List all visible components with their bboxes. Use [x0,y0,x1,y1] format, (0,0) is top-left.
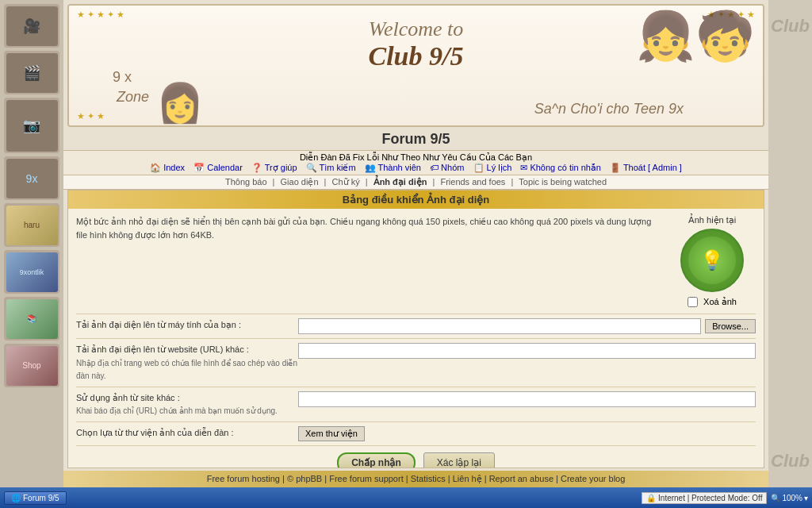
delete-avatar-label: Xoá ảnh [703,297,737,307]
ie-status-bar: 🔒 Internet | Protected Mode: Off [642,492,767,504]
panel-title: Bảng điều khiển Ảnh đại diện [68,190,764,209]
form-row-upload-url: Tải ảnh đại diện lên từ website (URL) kh… [76,338,756,387]
sub-nav-thongbao[interactable]: Thông báo [225,177,267,187]
sidebar-img-7: 📚 [4,297,59,341]
bulb-icon: 💡 [700,249,724,271]
sub-nav-giaodien[interactable]: Giao diện [281,177,319,187]
footer-phpbb[interactable]: © phpBB [287,474,322,483]
form-row-library: Chọn lựa từ thư viện ảnh của diễn đàn : … [76,421,756,445]
avatar-label: Ảnh hiện tại [688,215,737,225]
reset-button[interactable]: Xác lập lại [423,452,495,469]
upload-computer-field[interactable] [298,318,701,334]
other-site-field[interactable] [298,391,756,407]
avatar-current: Ảnh hiện tại 💡 Xoá ảnh [668,215,756,307]
upload-url-field[interactable] [298,343,756,359]
ie-icon: 🌐 [11,494,21,502]
browse-button[interactable]: Browse... [705,319,756,333]
nav-profile[interactable]: 📋 Lý lịch [470,163,515,172]
footer-support[interactable]: Free forum support [329,474,404,483]
san-choi-text: Sa^n Cho'i cho Teen 9x [534,101,684,117]
sub-nav-anhdd[interactable]: Ảnh đại diện [373,177,427,187]
nine-x-text: 9 x [113,69,132,86]
panel-body: Một bức ảnh nhỏ đại diện sẽ hiển thị bên… [68,209,764,468]
zone-text: Zone [117,89,149,106]
form-row-other-site: Sử dụng ảnh từ site khác : Khai báo địa … [76,387,756,421]
lock-icon: 🔒 [646,494,656,502]
welcome-text: Welcome to [69,17,763,41]
other-site-sublabel: Khai báo địa chỉ (URL) chứa ảnh mà bạn m… [76,406,278,415]
upload-url-sublabel: Nhập địa chỉ trang web có chứa file hình… [76,359,297,381]
footer-statistics[interactable]: Statistics [411,474,446,483]
forum-subtitle: Diễn Đàn Đã Fix Lỗi Như Theo Như Yêu Cầu… [300,152,532,162]
club-title: Club 9/5 [69,41,763,71]
sidebar-img-5: haru [4,203,59,247]
sub-nav-friends[interactable]: Friends and foes [440,177,505,187]
forum-title: Forum 9/5 [63,127,768,150]
sidebar-img-6: 9xontlik [4,250,59,294]
footer-create-blog[interactable]: Create your blog [561,474,625,483]
zoom-control[interactable]: 🔍 100% ▾ [771,494,808,502]
avatar-section: Một bức ảnh nhỏ đại diện sẽ hiển thị bên… [76,215,756,307]
upload-url-input [298,343,756,359]
top-nav: Diễn Đàn Đã Fix Lỗi Như Theo Như Yêu Cầu… [63,150,768,175]
accept-button[interactable]: Chấp nhận [337,452,416,469]
main-panel: Bảng điều khiển Ảnh đại diện Một bức ảnh… [67,190,764,468]
nav-help[interactable]: ❓ Trợ giúp [248,163,301,172]
club-text-bottom: Club [771,451,810,471]
nav-index[interactable]: 🏠 Index [147,163,188,172]
library-input: Xem thư viện [298,426,756,441]
upload-computer-label: Tải ảnh đại diện lên từ máy tính của bạn… [76,318,298,332]
taskbar-ie-item[interactable]: 🌐 Forum 9/5 [4,491,67,505]
sidebar-img-2: 🎬 [4,51,59,94]
ie-status-text: Internet | Protected Mode: Off [658,494,762,502]
nav-calendar[interactable]: 📅 Calendar [190,163,246,172]
delete-avatar-checkbox[interactable] [688,297,698,307]
upload-url-label: Tải ảnh đại diện lên từ website (URL) kh… [76,343,298,383]
taskbar-right: 🔒 Internet | Protected Mode: Off 🔍 100% … [642,492,808,504]
sidebar-img-3: 📷 [4,98,59,153]
nav-members[interactable]: 👥 Thành viên [362,163,424,172]
zoom-chevron: ▾ [804,494,808,502]
banner: ★ ✦ ★ ✦ ★ ★ ✦ ★ ✦ ★ ★ ✦ ★ 👧🧒 👩 Welcome t… [67,4,764,127]
button-row: Chấp nhận Xác lập lại [76,445,756,469]
sub-nav: Thông báo | Giao diện | Chữ ký | Ảnh đại… [63,175,768,190]
zoom-icon: 🔍 [771,494,780,502]
form-row-upload-computer: Tải ảnh đại diện lên từ máy tính của bạn… [76,314,756,338]
sidebar-img-1: 🎥 [4,4,59,48]
other-site-label: Sử dụng ảnh từ site khác : Khai báo địa … [76,391,298,418]
avatar-description: Một bức ảnh nhỏ đại diện sẽ hiển thị bên… [76,215,657,307]
footer: Free forum hosting | © phpBB | Free foru… [63,471,768,487]
other-site-input [298,391,756,407]
zoom-level: 100% [782,494,802,502]
sub-nav-topics[interactable]: Topic is being watched [519,177,607,187]
upload-computer-input: Browse... [298,318,756,334]
form-rows: Tải ảnh đại diện lên từ máy tính của bạn… [76,314,756,445]
nav-messages[interactable]: ✉ Không có tin nhắn [517,163,604,172]
sub-nav-chuky[interactable]: Chữ ký [332,177,360,187]
sidebar-img-4: 9x [4,156,59,200]
sidebar-img-8: Shop [4,344,59,387]
taskbar-left: 🌐 Forum 9/5 [4,491,67,505]
footer-lienhe[interactable]: Liên hệ [453,474,482,483]
center-content: ★ ✦ ★ ✦ ★ ★ ✦ ★ ✦ ★ ★ ✦ ★ 👧🧒 👩 Welcome t… [63,0,768,487]
left-sidebar: 🎥 🎬 📷 9x haru 9xontlik [0,0,63,487]
nav-logout[interactable]: 🚪 Thoát [ Admin ] [607,163,685,172]
right-sidebar: Club Club [768,0,812,487]
footer-report[interactable]: Report an abuse [489,474,553,483]
avatar-image: 💡 [680,229,744,292]
nav-groups[interactable]: 🏷 Nhóm [427,163,467,172]
library-button[interactable]: Xem thư viện [298,426,365,441]
taskbar: 🌐 Forum 9/5 🔒 Internet | Protected Mode:… [0,487,812,508]
club-text-top: Club [771,16,810,37]
nav-search[interactable]: 🔍 Tìm kiếm [303,163,359,172]
delete-avatar-row: Xoá ảnh [688,297,737,307]
footer-free-forum[interactable]: Free forum hosting [207,474,280,483]
library-label: Chọn lựa từ thư viện ảnh của diễn đàn : [76,426,298,440]
